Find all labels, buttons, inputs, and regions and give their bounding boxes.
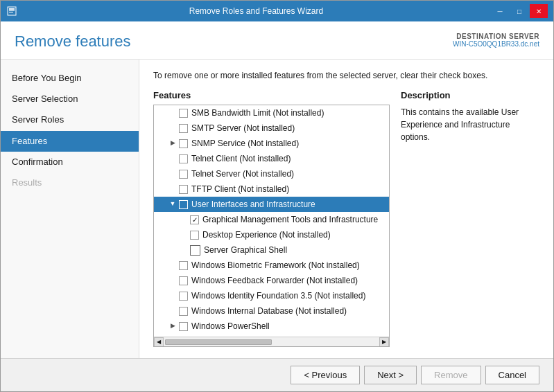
list-item[interactable]: Graphical Management Tools and Infrastru… — [154, 212, 389, 227]
list-item[interactable]: Server Graphical Shell — [154, 242, 389, 258]
svg-rect-3 — [9, 12, 13, 12]
list-item[interactable]: Windows Biometric Framework (Not install… — [154, 258, 389, 273]
feature-label: TFTP Client (Not installed) — [191, 183, 289, 195]
list-item-user-interfaces[interactable]: ▼ User Interfaces and Infrastructure — [154, 197, 389, 212]
server-info: DESTINATION SERVER WIN-C5O0QQ1BR33.dc.ne… — [453, 33, 539, 48]
checkbox[interactable] — [179, 322, 188, 331]
spacer-icon — [168, 306, 178, 316]
checkbox[interactable] — [190, 231, 199, 240]
list-item[interactable]: ▶ Windows PowerShell — [154, 319, 389, 334]
destination-label: DESTINATION SERVER — [453, 33, 539, 40]
expand-icon[interactable]: ▶ — [168, 321, 178, 331]
list-item[interactable]: SMTP Server (Not installed) — [154, 121, 389, 136]
checkbox[interactable] — [179, 292, 188, 301]
feature-label: Telnet Server (Not installed) — [191, 168, 294, 180]
page-title: Remove features — [15, 33, 131, 51]
description-section: Description This contains the available … — [401, 90, 539, 347]
checkbox[interactable] — [179, 261, 188, 270]
scroll-track[interactable] — [164, 337, 379, 346]
minimize-button[interactable]: ─ — [491, 4, 509, 18]
spacer-icon — [168, 184, 178, 194]
checkbox[interactable] — [179, 154, 188, 163]
spacer-icon — [168, 123, 178, 133]
spacer-icon — [179, 245, 189, 255]
feature-label: Telnet Client (Not installed) — [191, 152, 291, 165]
checkbox[interactable] — [179, 139, 188, 148]
scroll-left-button[interactable]: ◀ — [154, 337, 164, 347]
previous-button[interactable]: < Previous — [291, 366, 360, 384]
checkbox[interactable] — [190, 245, 200, 256]
feature-label: Windows Internal Database (Not installed… — [191, 305, 347, 317]
page-header: Remove features DESTINATION SERVER WIN-C… — [1, 21, 553, 60]
description-label: Description — [401, 90, 539, 100]
features-section: Features SMB Bandwidth Limit (Not instal… — [153, 90, 390, 347]
footer: < Previous Next > Remove Cancel — [1, 358, 553, 391]
description-text: This contains the available User Experie… — [401, 106, 539, 143]
main-body: Before You Begin Server Selection Server… — [1, 60, 553, 358]
spacer-icon — [179, 215, 189, 224]
scroll-thumb[interactable] — [165, 339, 272, 345]
list-item[interactable]: Telnet Client (Not installed) — [154, 151, 389, 166]
spacer-icon — [168, 169, 178, 179]
close-button[interactable]: ✕ — [530, 4, 548, 18]
feature-label: SMB Bandwidth Limit (Not installed) — [191, 107, 324, 119]
sidebar-item-before-you-begin[interactable]: Before You Begin — [1, 68, 139, 89]
spacer-icon — [168, 108, 178, 118]
list-item[interactable]: TFTP Client (Not installed) — [154, 181, 389, 197]
checkbox[interactable] — [179, 170, 188, 179]
cancel-button[interactable]: Cancel — [485, 366, 539, 384]
server-name: WIN-C5O0QQ1BR33.dc.net — [453, 40, 539, 48]
remove-button[interactable]: Remove — [421, 366, 481, 384]
checkbox-partial[interactable] — [179, 200, 188, 209]
list-item[interactable]: Windows Identity Foundation 3.5 (Not ins… — [154, 288, 389, 303]
sidebar-item-confirmation[interactable]: Confirmation — [1, 152, 139, 172]
checkbox[interactable] — [179, 185, 188, 194]
main-window: Remove Roles and Features Wizard ─ □ ✕ R… — [0, 0, 554, 392]
sidebar-item-server-selection[interactable]: Server Selection — [1, 89, 139, 109]
svg-rect-2 — [9, 10, 15, 11]
sidebar-item-server-roles[interactable]: Server Roles — [1, 109, 139, 130]
checkbox[interactable] — [179, 124, 188, 133]
sidebar: Before You Begin Server Selection Server… — [1, 60, 139, 358]
list-item[interactable]: ▶ SNMP Service (Not installed) — [154, 136, 389, 151]
panel-body: Features SMB Bandwidth Limit (Not instal… — [153, 90, 539, 347]
feature-label: Desktop Experience (Not installed) — [202, 229, 331, 241]
feature-label: SNMP Service (Not installed) — [191, 137, 299, 150]
list-item[interactable]: Windows Feedback Forwarder (Not installe… — [154, 273, 389, 288]
feature-label: Windows PowerShell — [191, 320, 270, 332]
instruction-text: To remove one or more installed features… — [153, 71, 539, 80]
feature-label: Windows Feedback Forwarder (Not installe… — [191, 274, 358, 287]
spacer-icon — [168, 154, 178, 163]
feature-label: Graphical Management Tools and Infrastru… — [202, 213, 378, 226]
content-area: Remove features DESTINATION SERVER WIN-C… — [1, 21, 553, 391]
restore-button[interactable]: □ — [510, 4, 528, 18]
checkbox[interactable] — [179, 109, 188, 118]
sidebar-item-results: Results — [1, 172, 139, 193]
list-item[interactable]: SMB Bandwidth Limit (Not installed) — [154, 105, 389, 121]
scroll-right-button[interactable]: ▶ — [379, 337, 389, 347]
sidebar-item-features[interactable]: Features — [1, 131, 139, 152]
list-item[interactable]: Desktop Experience (Not installed) — [154, 227, 389, 242]
expand-icon[interactable]: ▼ — [168, 199, 178, 209]
titlebar-title: Remove Roles and Features Wizard — [21, 6, 491, 16]
list-item[interactable]: Windows Internal Database (Not installed… — [154, 303, 389, 319]
features-list-wrapper: SMB Bandwidth Limit (Not installed) SMTP… — [153, 105, 390, 347]
main-panel: To remove one or more installed features… — [139, 60, 553, 358]
spacer-icon — [168, 260, 178, 270]
horizontal-scrollbar[interactable]: ◀ ▶ — [154, 337, 389, 346]
feature-label: User Interfaces and Infrastructure — [191, 198, 315, 211]
spacer-icon — [168, 291, 178, 301]
checkbox[interactable] — [179, 307, 188, 316]
list-item[interactable]: Telnet Server (Not installed) — [154, 166, 389, 181]
checkbox-checked[interactable] — [190, 215, 199, 224]
expand-icon[interactable]: ▶ — [168, 139, 178, 148]
svg-rect-1 — [9, 8, 15, 10]
spacer-icon — [168, 276, 178, 285]
titlebar-icon — [6, 6, 17, 17]
next-button[interactable]: Next > — [364, 366, 417, 384]
checkbox[interactable] — [179, 276, 188, 285]
feature-label: Windows Identity Foundation 3.5 (Not ins… — [191, 289, 365, 302]
titlebar-controls: ─ □ ✕ — [491, 4, 548, 18]
feature-label: Windows Biometric Framework (Not install… — [191, 259, 360, 271]
features-list-scroll[interactable]: SMB Bandwidth Limit (Not installed) SMTP… — [154, 105, 389, 337]
